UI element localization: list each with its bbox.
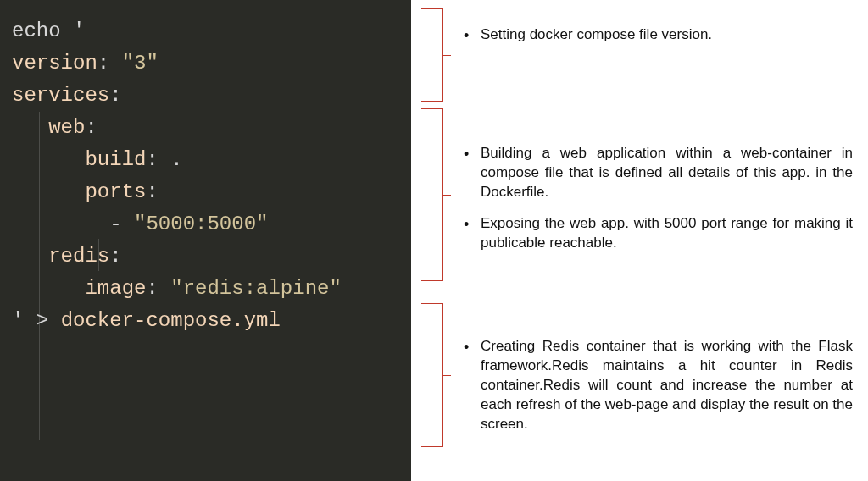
token-string: "5000:5000": [134, 213, 268, 235]
token-key: redis: [48, 245, 109, 268]
annotations-panel: Setting docker compose file version. Bui…: [411, 0, 868, 481]
token-key: web: [48, 116, 85, 139]
indent: [12, 213, 109, 235]
code-panel: echo ' version: "3" services: web: build…: [0, 0, 411, 481]
indent: [12, 180, 85, 203]
code-line-10: ' > docker-compose.yml: [12, 305, 411, 337]
note-3: Creating Redis container that is working…: [460, 337, 853, 446]
bracket-tick: [442, 195, 451, 196]
token-filename: docker-compose.yml: [61, 309, 281, 332]
code-line-7: - "5000:5000": [12, 208, 411, 240]
token-colon: :: [97, 52, 122, 75]
token-key: version: [12, 52, 97, 75]
bracket-1: [421, 8, 443, 102]
token-colon: :: [109, 245, 121, 268]
token-quote: ': [73, 19, 85, 42]
token-redirect: >: [36, 309, 61, 332]
token-dot: .: [170, 148, 182, 171]
indent-guide: [39, 112, 40, 440]
token-key: services: [12, 84, 109, 107]
token-string: "redis:alpine": [170, 277, 342, 300]
note-2: Building a web application within a web-…: [460, 144, 853, 265]
bracket-tick: [442, 375, 451, 376]
code-line-3: services:: [12, 80, 411, 112]
note-1: Setting docker compose file version.: [460, 25, 853, 57]
token-colon: :: [146, 277, 170, 300]
token-key: build: [85, 148, 146, 171]
token-key: ports: [85, 180, 146, 203]
indent: [12, 245, 48, 268]
indent-guide: [98, 239, 99, 271]
token-key: image: [85, 277, 146, 300]
bracket-2: [421, 108, 443, 281]
note-text: Setting docker compose file version.: [460, 25, 853, 45]
code-line-4: web:: [12, 112, 411, 144]
note-text: Building a web application within a web-…: [460, 144, 853, 202]
code-line-9: image: "redis:alpine": [12, 273, 411, 305]
token-colon: :: [109, 84, 121, 107]
code-line-1: echo ': [12, 15, 411, 47]
token-colon: :: [146, 148, 170, 171]
token-quote: ': [12, 309, 36, 332]
note-text: Exposing the web app. with 5000 port ran…: [460, 214, 853, 253]
indent: [12, 116, 48, 139]
code-line-6: ports:: [12, 176, 411, 208]
code-line-8: redis:: [12, 240, 411, 273]
token-colon: :: [146, 180, 158, 203]
token-echo: echo: [12, 19, 73, 42]
bracket-3: [421, 303, 443, 447]
token-string: "3": [122, 52, 159, 75]
token-dash: -: [109, 213, 134, 235]
bracket-tick: [442, 55, 451, 56]
code-line-2: version: "3": [12, 47, 411, 80]
indent: [12, 277, 85, 300]
note-text: Creating Redis container that is working…: [460, 337, 853, 434]
indent: [12, 148, 85, 171]
code-line-5: build: .: [12, 144, 411, 176]
token-colon: :: [85, 116, 97, 139]
